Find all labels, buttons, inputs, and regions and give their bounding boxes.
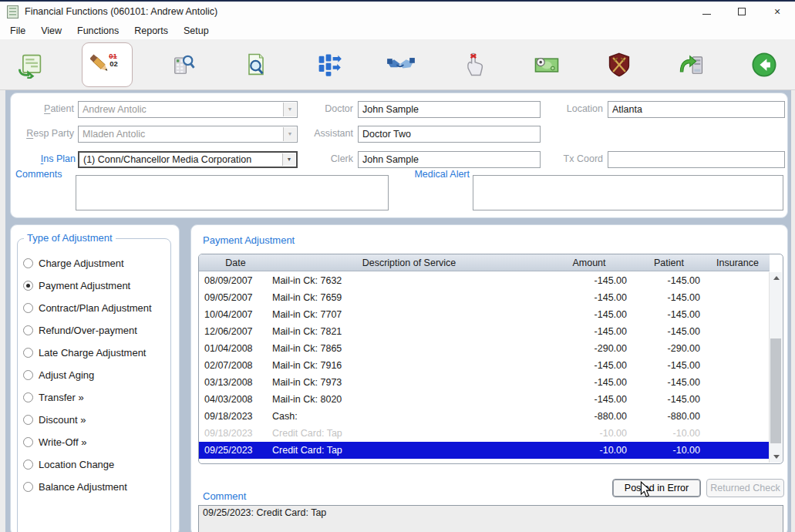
radio-balance-adjustment[interactable]: Balance Adjustment xyxy=(23,479,167,494)
cell-desc: Mail-in Ck: 7916 xyxy=(272,360,546,371)
banknote-button[interactable] xyxy=(525,43,568,86)
shield-swords-button[interactable] xyxy=(598,43,641,86)
cell-amt: -145.00 xyxy=(546,360,632,371)
radio-transfer[interactable]: Transfer » xyxy=(23,389,167,405)
table-row[interactable]: 01/04/2008Mail-in Ck: 7865-290.00-290.00 xyxy=(199,340,770,357)
radio-adjust-aging[interactable]: Adjust Aging xyxy=(23,367,167,382)
ins-plan-combo[interactable]: (1) Conn/Chancellor Media Corporation▼ xyxy=(78,151,298,168)
cell-desc: Credit Card: Tap xyxy=(272,445,546,456)
radio-write-off[interactable]: Write-Off » xyxy=(23,434,167,450)
send-to-computer-button[interactable] xyxy=(670,43,713,86)
table-row[interactable]: 02/07/2008Mail-in Ck: 7916-145.00-145.00 xyxy=(199,357,770,374)
table-scrollbar[interactable] xyxy=(769,272,782,463)
radio-refund-over-payment[interactable]: Refund/Over-payment xyxy=(23,322,167,338)
menu-reports[interactable]: Reports xyxy=(126,23,176,39)
close-button[interactable]: × xyxy=(760,2,795,22)
doctor-field[interactable]: John Sample xyxy=(358,101,541,118)
cell-desc: Mail-in Ck: 7632 xyxy=(272,275,546,286)
menu-setup[interactable]: Setup xyxy=(176,23,217,39)
column-header-description-of-service[interactable]: Description of Service xyxy=(272,258,546,268)
radio-circle-icon[interactable] xyxy=(23,437,33,447)
radio-circle-icon[interactable] xyxy=(23,325,33,335)
cell-date: 08/09/2007 xyxy=(199,275,272,286)
radio-label: Refund/Over-payment xyxy=(39,325,137,336)
location-label: Location xyxy=(533,103,603,114)
cell-amt: -145.00 xyxy=(546,275,632,286)
radio-discount[interactable]: Discount » xyxy=(23,412,167,427)
table-row[interactable]: 04/03/2008Mail-in Ck: 8020-145.00-145.00 xyxy=(199,391,770,408)
cell-date: 09/05/2007 xyxy=(199,292,272,303)
column-header-insurance[interactable]: Insurance xyxy=(706,258,770,268)
radio-circle-icon[interactable] xyxy=(23,258,33,268)
comments-label: Comments xyxy=(15,169,62,180)
table-row[interactable]: 10/04/2007Mail-in Ck: 7707-145.00-145.00 xyxy=(199,306,770,323)
radio-contract-plan-adjustment[interactable]: Contract/Plan Adjustment xyxy=(23,300,167,315)
radio-payment-adjustment[interactable]: Payment Adjustment xyxy=(23,278,167,293)
payment-adjustment-title: Payment Adjustment xyxy=(203,234,295,246)
cell-pat: -145.00 xyxy=(632,360,706,371)
clerk-label: Clerk xyxy=(294,153,353,164)
radio-label: Location Change xyxy=(39,459,114,470)
menu-functions[interactable]: Functions xyxy=(69,23,126,39)
radio-charge-adjustment[interactable]: Charge Adjustment xyxy=(23,255,167,271)
resp-party-combo[interactable]: Mladen Antolic▼ xyxy=(78,126,298,143)
cell-date: 02/07/2008 xyxy=(199,360,272,371)
table-row[interactable]: 09/05/2007Mail-in Ck: 7659-145.00-145.00 xyxy=(199,289,770,306)
app-icon xyxy=(7,5,19,19)
posted-in-error-button[interactable]: Posted in Error xyxy=(612,479,701,497)
menu-file[interactable]: File xyxy=(2,23,33,39)
reminder-hand-button[interactable] xyxy=(453,43,496,86)
handshake-button[interactable] xyxy=(379,43,423,86)
back-arrow-icon xyxy=(750,51,778,79)
table-row[interactable]: 03/13/2008Mail-in Ck: 7973-145.00-145.00 xyxy=(199,374,770,391)
table-row[interactable]: 08/09/2007Mail-in Ck: 7632-145.00-145.00 xyxy=(199,272,770,289)
assistant-field[interactable]: Doctor Two xyxy=(358,126,541,143)
radio-late-charge-adjustment[interactable]: Late Charge Adjustment xyxy=(23,345,167,360)
radio-location-change[interactable]: Location Change xyxy=(23,456,167,472)
table-row[interactable]: 09/18/2023Credit Card: Tap-10.00-10.00 xyxy=(199,425,770,442)
table-row[interactable]: 09/25/2023Credit Card: Tap-10.00-10.00 xyxy=(199,442,770,459)
location-field[interactable]: Atlanta xyxy=(608,101,785,118)
table-row[interactable]: 12/06/2007Mail-in Ck: 7821-145.00-145.00 xyxy=(199,323,770,340)
radio-circle-icon[interactable] xyxy=(23,348,33,358)
scroll-up-icon[interactable] xyxy=(770,272,783,284)
comment-field[interactable]: 09/25/2023: Credit Card: Tap xyxy=(198,505,783,532)
clerk-field[interactable]: John Sample xyxy=(358,151,541,168)
medical-alert-field[interactable] xyxy=(473,175,783,210)
radio-circle-icon[interactable] xyxy=(23,303,33,313)
cell-amt: -145.00 xyxy=(546,377,632,388)
calculator-search-button[interactable] xyxy=(162,43,205,86)
blue-columns-button[interactable] xyxy=(307,43,350,86)
radio-label: Adjust Aging xyxy=(39,369,94,381)
menu-view[interactable]: View xyxy=(33,23,69,39)
cell-amt: -880.00 xyxy=(546,411,632,422)
radio-circle-icon[interactable] xyxy=(23,415,33,425)
window-title: Financial Functions (060101: Andrew Anto… xyxy=(25,6,217,17)
patient-combo[interactable]: Andrew Antolic▼ xyxy=(78,101,298,118)
money-document-button[interactable] xyxy=(9,43,52,86)
comments-field[interactable] xyxy=(76,175,389,210)
adjustment-pencil-button[interactable]: 01 02 xyxy=(82,42,133,87)
maximize-button[interactable] xyxy=(724,2,760,22)
table-row[interactable]: 09/18/2023Cash:-880.00-880.00 xyxy=(199,408,770,425)
radio-circle-icon[interactable] xyxy=(23,460,33,470)
adjustment-type-title: Type of Adjustment xyxy=(24,232,116,244)
radio-label: Payment Adjustment xyxy=(39,280,130,291)
scroll-down-icon[interactable] xyxy=(770,451,783,463)
cell-desc: Mail-in Ck: 7659 xyxy=(272,292,546,303)
reminder-hand-icon xyxy=(461,51,487,79)
tx-coord-field[interactable] xyxy=(608,151,785,168)
column-header-date[interactable]: Date xyxy=(199,258,272,268)
document-search-button[interactable] xyxy=(234,43,278,86)
radio-circle-icon[interactable] xyxy=(23,370,33,380)
assistant-label: Assistant xyxy=(294,128,353,139)
radio-circle-icon[interactable] xyxy=(23,281,33,291)
column-header-patient[interactable]: Patient xyxy=(632,258,706,268)
minimize-button[interactable] xyxy=(689,2,724,22)
back-arrow-button[interactable] xyxy=(743,43,786,86)
radio-circle-icon[interactable] xyxy=(23,482,33,492)
radio-circle-icon[interactable] xyxy=(23,392,33,402)
scrollbar-thumb[interactable] xyxy=(770,338,781,443)
column-header-amount[interactable]: Amount xyxy=(546,258,632,268)
banknote-icon xyxy=(532,51,561,79)
